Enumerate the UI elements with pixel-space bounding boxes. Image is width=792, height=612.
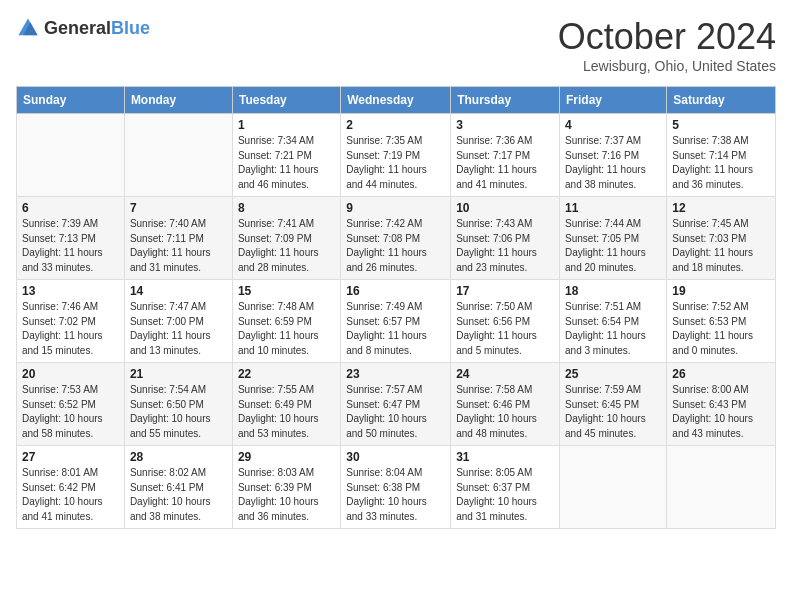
calendar-cell: 1Sunrise: 7:34 AMSunset: 7:21 PMDaylight… [232,114,340,197]
day-info: Sunrise: 7:43 AMSunset: 7:06 PMDaylight:… [456,217,554,275]
calendar-cell: 26Sunrise: 8:00 AMSunset: 6:43 PMDayligh… [667,363,776,446]
day-number: 29 [238,450,335,464]
day-info: Sunrise: 7:47 AMSunset: 7:00 PMDaylight:… [130,300,227,358]
calendar-cell: 9Sunrise: 7:42 AMSunset: 7:08 PMDaylight… [341,197,451,280]
day-info: Sunrise: 8:01 AMSunset: 6:42 PMDaylight:… [22,466,119,524]
day-info: Sunrise: 7:40 AMSunset: 7:11 PMDaylight:… [130,217,227,275]
weekday-header-tuesday: Tuesday [232,87,340,114]
title-block: October 2024 Lewisburg, Ohio, United Sta… [558,16,776,74]
page-header: GeneralBlue October 2024 Lewisburg, Ohio… [16,16,776,74]
day-info: Sunrise: 7:58 AMSunset: 6:46 PMDaylight:… [456,383,554,441]
calendar-cell: 24Sunrise: 7:58 AMSunset: 6:46 PMDayligh… [451,363,560,446]
logo-text-general: General [44,18,111,38]
day-number: 13 [22,284,119,298]
day-info: Sunrise: 7:46 AMSunset: 7:02 PMDaylight:… [22,300,119,358]
day-info: Sunrise: 7:36 AMSunset: 7:17 PMDaylight:… [456,134,554,192]
logo: GeneralBlue [16,16,150,40]
day-info: Sunrise: 7:49 AMSunset: 6:57 PMDaylight:… [346,300,445,358]
day-number: 2 [346,118,445,132]
day-info: Sunrise: 7:52 AMSunset: 6:53 PMDaylight:… [672,300,770,358]
logo-text-blue: Blue [111,18,150,38]
weekday-header-monday: Monday [124,87,232,114]
day-info: Sunrise: 7:39 AMSunset: 7:13 PMDaylight:… [22,217,119,275]
day-info: Sunrise: 7:42 AMSunset: 7:08 PMDaylight:… [346,217,445,275]
calendar-cell: 10Sunrise: 7:43 AMSunset: 7:06 PMDayligh… [451,197,560,280]
calendar-cell: 23Sunrise: 7:57 AMSunset: 6:47 PMDayligh… [341,363,451,446]
calendar-cell: 12Sunrise: 7:45 AMSunset: 7:03 PMDayligh… [667,197,776,280]
calendar-table: SundayMondayTuesdayWednesdayThursdayFrid… [16,86,776,529]
day-number: 17 [456,284,554,298]
calendar-cell: 2Sunrise: 7:35 AMSunset: 7:19 PMDaylight… [341,114,451,197]
day-number: 8 [238,201,335,215]
day-number: 18 [565,284,661,298]
day-number: 3 [456,118,554,132]
week-row-3: 13Sunrise: 7:46 AMSunset: 7:02 PMDayligh… [17,280,776,363]
day-info: Sunrise: 8:05 AMSunset: 6:37 PMDaylight:… [456,466,554,524]
calendar-cell: 19Sunrise: 7:52 AMSunset: 6:53 PMDayligh… [667,280,776,363]
weekday-header-sunday: Sunday [17,87,125,114]
day-number: 31 [456,450,554,464]
calendar-cell: 29Sunrise: 8:03 AMSunset: 6:39 PMDayligh… [232,446,340,529]
week-row-4: 20Sunrise: 7:53 AMSunset: 6:52 PMDayligh… [17,363,776,446]
calendar-cell: 5Sunrise: 7:38 AMSunset: 7:14 PMDaylight… [667,114,776,197]
calendar-cell: 11Sunrise: 7:44 AMSunset: 7:05 PMDayligh… [560,197,667,280]
calendar-cell: 28Sunrise: 8:02 AMSunset: 6:41 PMDayligh… [124,446,232,529]
calendar-cell [560,446,667,529]
day-number: 4 [565,118,661,132]
day-info: Sunrise: 7:53 AMSunset: 6:52 PMDaylight:… [22,383,119,441]
day-info: Sunrise: 7:48 AMSunset: 6:59 PMDaylight:… [238,300,335,358]
day-number: 22 [238,367,335,381]
calendar-cell: 4Sunrise: 7:37 AMSunset: 7:16 PMDaylight… [560,114,667,197]
day-number: 1 [238,118,335,132]
day-info: Sunrise: 7:55 AMSunset: 6:49 PMDaylight:… [238,383,335,441]
day-info: Sunrise: 7:59 AMSunset: 6:45 PMDaylight:… [565,383,661,441]
day-info: Sunrise: 8:03 AMSunset: 6:39 PMDaylight:… [238,466,335,524]
calendar-cell [124,114,232,197]
calendar-cell: 16Sunrise: 7:49 AMSunset: 6:57 PMDayligh… [341,280,451,363]
calendar-cell: 18Sunrise: 7:51 AMSunset: 6:54 PMDayligh… [560,280,667,363]
day-number: 7 [130,201,227,215]
day-info: Sunrise: 7:38 AMSunset: 7:14 PMDaylight:… [672,134,770,192]
day-info: Sunrise: 7:34 AMSunset: 7:21 PMDaylight:… [238,134,335,192]
day-info: Sunrise: 7:51 AMSunset: 6:54 PMDaylight:… [565,300,661,358]
day-number: 15 [238,284,335,298]
calendar-cell: 7Sunrise: 7:40 AMSunset: 7:11 PMDaylight… [124,197,232,280]
calendar-cell: 20Sunrise: 7:53 AMSunset: 6:52 PMDayligh… [17,363,125,446]
day-number: 28 [130,450,227,464]
day-info: Sunrise: 7:35 AMSunset: 7:19 PMDaylight:… [346,134,445,192]
calendar-cell: 27Sunrise: 8:01 AMSunset: 6:42 PMDayligh… [17,446,125,529]
day-number: 11 [565,201,661,215]
day-number: 24 [456,367,554,381]
day-info: Sunrise: 7:57 AMSunset: 6:47 PMDaylight:… [346,383,445,441]
day-number: 5 [672,118,770,132]
day-number: 23 [346,367,445,381]
weekday-header-wednesday: Wednesday [341,87,451,114]
calendar-cell: 17Sunrise: 7:50 AMSunset: 6:56 PMDayligh… [451,280,560,363]
day-number: 19 [672,284,770,298]
day-info: Sunrise: 7:37 AMSunset: 7:16 PMDaylight:… [565,134,661,192]
day-number: 12 [672,201,770,215]
calendar-cell: 14Sunrise: 7:47 AMSunset: 7:00 PMDayligh… [124,280,232,363]
day-info: Sunrise: 7:45 AMSunset: 7:03 PMDaylight:… [672,217,770,275]
location: Lewisburg, Ohio, United States [558,58,776,74]
weekday-header-thursday: Thursday [451,87,560,114]
calendar-cell: 8Sunrise: 7:41 AMSunset: 7:09 PMDaylight… [232,197,340,280]
day-number: 30 [346,450,445,464]
day-number: 20 [22,367,119,381]
day-info: Sunrise: 8:00 AMSunset: 6:43 PMDaylight:… [672,383,770,441]
calendar-cell: 31Sunrise: 8:05 AMSunset: 6:37 PMDayligh… [451,446,560,529]
day-info: Sunrise: 7:41 AMSunset: 7:09 PMDaylight:… [238,217,335,275]
calendar-cell: 15Sunrise: 7:48 AMSunset: 6:59 PMDayligh… [232,280,340,363]
month-title: October 2024 [558,16,776,58]
day-number: 10 [456,201,554,215]
day-number: 14 [130,284,227,298]
day-number: 16 [346,284,445,298]
calendar-cell: 13Sunrise: 7:46 AMSunset: 7:02 PMDayligh… [17,280,125,363]
weekday-header-saturday: Saturday [667,87,776,114]
calendar-cell: 25Sunrise: 7:59 AMSunset: 6:45 PMDayligh… [560,363,667,446]
day-info: Sunrise: 7:54 AMSunset: 6:50 PMDaylight:… [130,383,227,441]
calendar-cell [17,114,125,197]
day-number: 26 [672,367,770,381]
day-number: 6 [22,201,119,215]
day-number: 27 [22,450,119,464]
